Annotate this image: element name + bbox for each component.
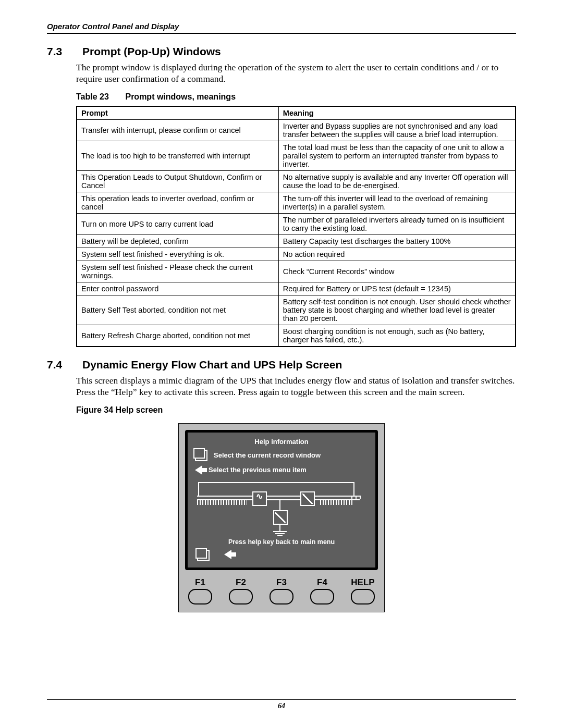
section-7-3-body: The prompt window is displayed during th… — [76, 62, 516, 85]
f2-button[interactable] — [229, 589, 253, 604]
help-line-1: Select the current record window — [214, 451, 368, 459]
lcd-screen: Help information Select the current reco… — [185, 430, 378, 570]
records-icon — [195, 450, 207, 461]
page-number: 64 — [47, 699, 516, 710]
meaning-cell: Boost charging condition is not enough, … — [278, 325, 516, 347]
help-screen-device: Help information Select the current reco… — [178, 423, 385, 612]
meaning-cell: The turn-off this inverter will lead to … — [278, 192, 516, 213]
f3-button[interactable] — [270, 589, 293, 604]
prompt-cell: Battery will be depleted, confirm — [77, 235, 278, 248]
table-caption-lead: Table 23 — [76, 92, 123, 102]
help-line-2: Select the previous menu item — [209, 466, 368, 474]
table-row: System self test finished - everything i… — [77, 248, 516, 261]
arrow-left-icon — [195, 465, 202, 475]
f3-label: F3 — [270, 577, 293, 588]
section-7-4-body: This screen displays a mimic diagram of … — [76, 375, 516, 398]
table-row: Battery Self Test aborted, condition not… — [77, 295, 516, 325]
meaning-cell: Required for Battery or UPS test (defaul… — [278, 282, 516, 295]
table-23-caption: Table 23 Prompt windows, meanings — [76, 92, 516, 102]
prompt-table: Prompt Meaning Transfer with interrupt, … — [76, 106, 516, 347]
prompt-cell: Transfer with interrupt, please confirm … — [77, 119, 278, 141]
meaning-cell: The number of paralleled inverters alrea… — [278, 213, 516, 235]
prompt-cell: System self test finished - Please check… — [77, 261, 278, 282]
table-row: The load is too high to be transferred w… — [77, 141, 516, 170]
meaning-cell: Check “Current Records” window — [278, 261, 516, 282]
section-title: Dynamic Energy Flow Chart and UPS Help S… — [82, 359, 342, 371]
records-icon — [197, 550, 210, 561]
table-caption-text: Prompt windows, meanings — [125, 92, 236, 101]
f2-label: F2 — [229, 577, 253, 588]
prompt-cell: Turn on more UPS to carry current load — [77, 213, 278, 235]
table-row: Transfer with interrupt, please confirm … — [77, 119, 516, 141]
prompt-cell: This Operation Leads to Output Shutdown,… — [77, 170, 278, 192]
prompt-cell: System self test finished - everything i… — [77, 248, 278, 261]
section-title: Prompt (Pop-Up) Windows — [82, 45, 221, 58]
energy-flow-mimic — [195, 479, 368, 536]
help-label: HELP — [351, 577, 375, 588]
table-row: Battery will be depleted, confirmBattery… — [77, 235, 516, 248]
meaning-cell: No alternative supply is available and a… — [278, 170, 516, 192]
prompt-cell: Battery Refresh Charge aborted, conditio… — [77, 325, 278, 347]
prompt-cell: This operation leads to inverter overloa… — [77, 192, 278, 213]
table-row: Battery Refresh Charge aborted, conditio… — [77, 325, 516, 347]
section-7-4-heading: 7.4 Dynamic Energy Flow Chart and UPS He… — [47, 359, 516, 371]
prompt-cell: The load is too high to be transferred w… — [77, 141, 278, 170]
prompt-cell: Battery Self Test aborted, condition not… — [77, 295, 278, 325]
page-header: Operator Control Panel and Display — [47, 22, 516, 34]
table-row: This Operation Leads to Output Shutdown,… — [77, 170, 516, 192]
col-header-prompt: Prompt — [77, 106, 278, 120]
meaning-cell: The total load must be less than the cap… — [278, 141, 516, 170]
table-row: This operation leads to inverter overloa… — [77, 192, 516, 213]
col-header-meaning: Meaning — [278, 106, 516, 120]
arrow-left-icon — [224, 550, 231, 559]
f4-label: F4 — [310, 577, 334, 588]
prompt-cell: Enter control password — [77, 282, 278, 295]
figure-34-caption: Figure 34 Help screen — [76, 405, 516, 415]
f4-button[interactable] — [310, 589, 334, 604]
function-key-row: F1 F2 F3 F4 HELP — [185, 577, 378, 604]
meaning-cell: Inverter and Bypass supplies are not syn… — [278, 119, 516, 141]
table-row: Enter control passwordRequired for Batte… — [77, 282, 516, 295]
meaning-cell: Battery Capacity test discharges the bat… — [278, 235, 516, 248]
section-number: 7.4 — [47, 359, 70, 371]
help-button[interactable] — [351, 589, 375, 604]
table-row: Turn on more UPS to carry current loadTh… — [77, 213, 516, 235]
help-title: Help information — [195, 438, 368, 446]
section-number: 7.3 — [47, 45, 70, 58]
f1-button[interactable] — [188, 589, 212, 604]
meaning-cell: Battery self-test condition is not enoug… — [278, 295, 516, 325]
section-7-3-heading: 7.3 Prompt (Pop-Up) Windows — [47, 45, 516, 58]
f1-label: F1 — [188, 577, 212, 588]
meaning-cell: No action required — [278, 248, 516, 261]
help-footer: Press help key back to main menu — [195, 538, 368, 546]
table-row: System self test finished - Please check… — [77, 261, 516, 282]
